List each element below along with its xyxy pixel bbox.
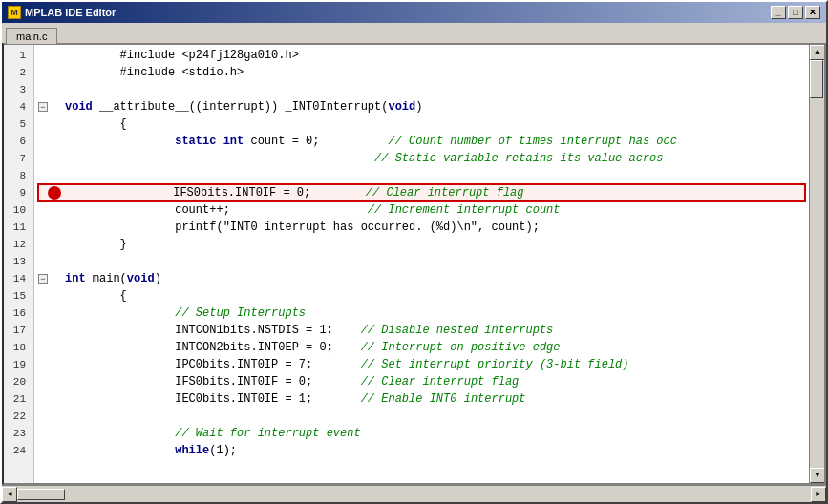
code-token: IEC0bits.INT0IE = 1; <box>65 390 361 408</box>
scroll-thumb[interactable] <box>810 60 823 98</box>
code-token: IPC0bits.INT0IP = 7; <box>65 356 361 373</box>
code-token: { <box>65 116 127 133</box>
bottom-bar: ◄ ► <box>2 485 826 502</box>
code-line-7: // Static variable retains its value acr… <box>38 150 805 167</box>
scroll-up-button[interactable]: ▲ <box>810 45 825 60</box>
line-number-2: 2 <box>8 64 30 81</box>
line-number-14: 14 <box>8 270 30 287</box>
scroll-track[interactable] <box>810 60 824 468</box>
line-number-4: 4 <box>8 98 30 116</box>
code-line-4: −void __attribute__((interrupt)) _INT0In… <box>38 98 805 116</box>
window-title: MPLAB IDE Editor <box>25 7 116 18</box>
line-number-22: 22 <box>8 408 30 425</box>
code-token: (1); <box>209 442 237 459</box>
code-token: while <box>175 442 209 459</box>
code-token: // Set interrupt priority (3-bit field) <box>361 356 629 373</box>
code-token: INTCON1bits.NSTDIS = 1; <box>65 322 361 339</box>
horizontal-scroll-track[interactable] <box>17 488 811 501</box>
code-token: ) <box>155 270 161 287</box>
code-token: count = 0; <box>244 133 388 150</box>
code-token: printf("INT0 interrupt has occurred. (%d… <box>65 219 540 236</box>
code-token: main( <box>86 270 127 287</box>
line-number-10: 10 <box>8 201 30 219</box>
code-line-11: printf("INT0 interrupt has occurred. (%d… <box>38 219 805 236</box>
minimize-button[interactable]: _ <box>771 6 786 19</box>
code-line-18: INTCON2bits.INT0EP = 0; // Interrupt on … <box>38 339 805 356</box>
code-line-13 <box>38 253 805 270</box>
line-number-16: 16 <box>8 304 30 322</box>
code-line-19: IPC0bits.INT0IP = 7; // Set interrupt pr… <box>38 356 805 373</box>
code-token: void <box>127 270 155 287</box>
line-number-18: 18 <box>8 339 30 356</box>
code-line-5: { <box>38 116 805 133</box>
vertical-scrollbar[interactable]: ▲ ▼ <box>809 45 824 483</box>
code-line-14: −int main(void) <box>38 270 805 287</box>
code-token: // Disable nested interrupts <box>361 322 554 339</box>
fold-marker[interactable]: − <box>38 102 48 112</box>
code-token: IFS0bits.INT0IF = 0; <box>63 184 366 201</box>
main-window: M MPLAB IDE Editor _ □ ✕ main.c 12345678… <box>0 0 828 504</box>
code-token: INTCON2bits.INT0EP = 0; <box>65 339 361 356</box>
scroll-down-button[interactable]: ▼ <box>810 468 825 483</box>
code-token: count++; <box>65 201 368 219</box>
code-token: __attribute__((interrupt)) _INT0Interrup… <box>93 98 389 116</box>
breakpoint-marker[interactable] <box>48 186 61 200</box>
code-line-2: #include <stdio.h> <box>38 64 805 81</box>
code-token: // Clear interrupt flag <box>361 373 520 390</box>
code-token: IFS0bits.INT0IF = 0; <box>65 373 361 390</box>
code-line-8 <box>38 167 805 184</box>
code-lines: #include <p24fj128ga010.h> #include <std… <box>34 45 809 461</box>
code-token: // Clear interrupt flag <box>366 184 524 201</box>
line-number-13: 13 <box>8 253 30 270</box>
line-number-19: 19 <box>8 356 30 373</box>
line-number-12: 12 <box>8 236 30 253</box>
tab-bar: main.c <box>2 23 826 43</box>
line-number-21: 21 <box>8 390 30 408</box>
scroll-right-button[interactable]: ► <box>811 487 826 502</box>
line-number-7: 7 <box>8 150 30 167</box>
code-line-1: #include <p24fj128ga010.h> <box>38 47 805 64</box>
line-numbers: 123456789101112131415161718192021222324 <box>4 45 34 483</box>
tab-main-c[interactable]: main.c <box>6 28 57 44</box>
line-number-5: 5 <box>8 116 30 133</box>
editor-area: 123456789101112131415161718192021222324 … <box>2 43 826 485</box>
code-token: ) <box>415 98 422 116</box>
line-number-3: 3 <box>8 81 30 98</box>
code-token: // Wait for interrupt event <box>65 425 361 442</box>
maximize-button[interactable]: □ <box>788 6 803 19</box>
scroll-left-button[interactable]: ◄ <box>2 487 17 502</box>
code-line-21: IEC0bits.INT0IE = 1; // Enable INT0 inte… <box>38 390 805 408</box>
title-bar: M MPLAB IDE Editor _ □ ✕ <box>2 2 826 23</box>
code-token <box>65 442 175 459</box>
code-token: void <box>65 98 93 116</box>
code-token: #include <p24fj128ga010.h> <box>65 47 299 64</box>
app-icon: M <box>8 6 21 19</box>
code-token <box>216 133 223 150</box>
code-token: // Interrupt on positive edge <box>361 339 561 356</box>
line-number-17: 17 <box>8 322 30 339</box>
line-number-20: 20 <box>8 373 30 390</box>
code-token: int <box>65 270 86 287</box>
line-number-11: 11 <box>8 219 30 236</box>
line-number-15: 15 <box>8 287 30 304</box>
title-controls: _ □ ✕ <box>771 6 820 19</box>
code-token: // Count number of times interrupt has o… <box>388 133 676 150</box>
code-line-3 <box>38 81 805 98</box>
code-line-12: } <box>38 236 805 253</box>
line-number-1: 1 <box>8 47 30 64</box>
close-button[interactable]: ✕ <box>805 6 820 19</box>
fold-marker[interactable]: − <box>38 274 48 284</box>
horizontal-scroll-thumb[interactable] <box>17 489 65 500</box>
code-line-9: IFS0bits.INT0IF = 0; // Clear interrupt … <box>38 184 805 201</box>
code-token: // Setup Interrupts <box>65 304 306 322</box>
line-number-23: 23 <box>8 425 30 442</box>
code-line-22 <box>38 408 805 425</box>
code-token: static <box>175 133 216 150</box>
code-line-10: count++; // Increment interrupt count <box>38 201 805 219</box>
title-bar-left: M MPLAB IDE Editor <box>8 6 116 19</box>
code-line-6: static int count = 0; // Count number of… <box>38 133 805 150</box>
code-area[interactable]: #include <p24fj128ga010.h> #include <std… <box>34 45 809 483</box>
line-number-6: 6 <box>8 133 30 150</box>
code-token: void <box>388 98 415 116</box>
code-token: } <box>65 236 127 253</box>
